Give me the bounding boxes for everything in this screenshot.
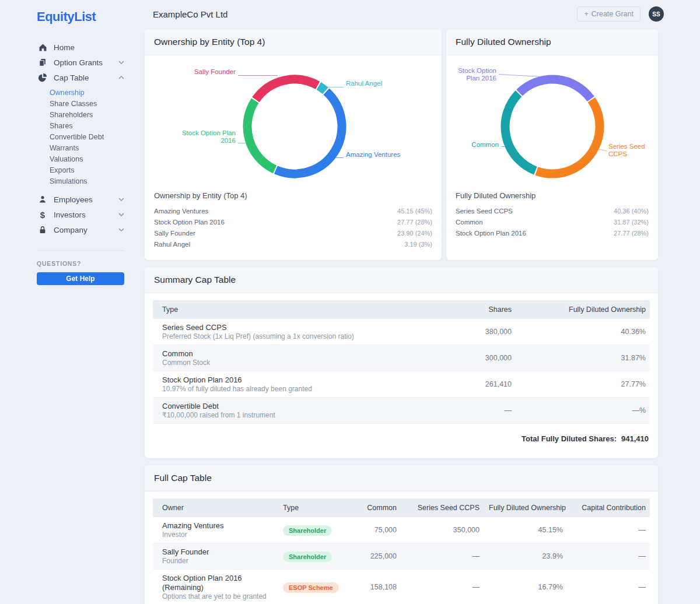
card-title: Full Cap Table bbox=[154, 473, 649, 483]
home-icon bbox=[37, 41, 48, 53]
column-fdo: Fully Diluted Ownership bbox=[484, 498, 568, 517]
sidebar-item-share-classes[interactable]: Share Classes bbox=[50, 99, 124, 110]
legend-row: Stock Option Plan 2016 27.77 (28%) bbox=[154, 216, 432, 227]
full-cap-table: Owner Type Common Series Seed CCPS Fully… bbox=[153, 498, 650, 604]
column-owner: Owner bbox=[153, 498, 278, 517]
cap-table-subnav: Ownership Share Classes Shareholders Sha… bbox=[50, 87, 124, 187]
pie-leader-line bbox=[238, 143, 248, 143]
table-row: Convertible Debt ₹10,00,000 raised from … bbox=[153, 398, 650, 424]
dollar-icon: $ bbox=[37, 209, 48, 220]
column-type: Type bbox=[278, 498, 357, 517]
get-help-button[interactable]: Get Help bbox=[37, 272, 124, 285]
table-row: Sally Founder Founder Shareholder 225,00… bbox=[153, 543, 650, 570]
sidebar: EquityList Home Option Grants Cap Table … bbox=[0, 0, 139, 604]
charts-row: Ownership by Entity (Top 4) Sally Founde… bbox=[145, 29, 658, 260]
column-common: Common bbox=[357, 498, 401, 517]
card-header: Full Cap Table bbox=[145, 465, 658, 491]
legend-title: Ownership by Entity (Top 4) bbox=[154, 191, 432, 200]
card-title: Fully Diluted Ownership bbox=[456, 37, 649, 47]
chevron-down-icon bbox=[118, 198, 124, 201]
legend-row: Stock Option Plan 2016 27.77 (28%) bbox=[456, 227, 649, 238]
donut-chart-svg[interactable] bbox=[145, 55, 442, 191]
sidebar-divider bbox=[37, 250, 124, 251]
sidebar-item-simulations[interactable]: Simulations bbox=[50, 176, 124, 187]
app-logo[interactable]: EquityList bbox=[37, 9, 124, 24]
full-cap-table-card: Full Cap Table Owner Type Common Series … bbox=[145, 465, 658, 604]
legend-row: Rahul Angel 3.19 (3%) bbox=[154, 238, 432, 250]
column-ccps: Series Seed CCPS bbox=[401, 498, 484, 517]
table-row: Series Seed CCPS Preferred Stock (1x Liq… bbox=[153, 319, 650, 345]
table-row: Stock Option Plan 2016 10.97% of fully d… bbox=[153, 371, 650, 398]
pie-leader-line bbox=[238, 75, 278, 76]
person-icon bbox=[37, 194, 48, 205]
sidebar-item-convertible-debt[interactable]: Convertible Debt bbox=[50, 132, 124, 143]
pie-leader-line bbox=[324, 87, 344, 87]
pie-label-sally-founder: Sally Founder bbox=[194, 68, 236, 76]
fully-diluted-donut-chart: Stock Option Plan 2016 Common Series See… bbox=[446, 55, 658, 191]
column-shares: Shares bbox=[410, 300, 516, 319]
sidebar-item-home[interactable]: Home bbox=[37, 40, 124, 55]
chevron-down-icon bbox=[118, 213, 124, 216]
plus-icon: + bbox=[584, 10, 588, 18]
chevron-down-icon bbox=[118, 61, 124, 64]
sidebar-item-exports[interactable]: Exports bbox=[50, 165, 124, 176]
pie-label-series-seed-ccps: Series Seed CCPS bbox=[608, 143, 649, 157]
summary-cap-table-card: Summary Cap Table Type Shares Fully Dilu… bbox=[145, 267, 658, 458]
sidebar-item-shares[interactable]: Shares bbox=[50, 121, 124, 132]
ownership-by-entity-card: Ownership by Entity (Top 4) Sally Founde… bbox=[145, 29, 442, 260]
ownership-legend: Ownership by Entity (Top 4) Amazing Vent… bbox=[145, 191, 442, 260]
sidebar-item-option-grants[interactable]: Option Grants bbox=[37, 55, 124, 70]
column-capital: Capital Contribution bbox=[568, 498, 650, 517]
legend-row: Series Seed CCPS 40.36 (40%) bbox=[456, 205, 649, 216]
card-header: Fully Diluted Ownership bbox=[446, 29, 658, 55]
card-title: Summary Cap Table bbox=[154, 275, 649, 285]
pie-label-stock-option-plan: Stock Option Plan 2016 bbox=[450, 67, 496, 82]
summary-cap-table: Type Shares Fully Diluted Ownership Seri… bbox=[153, 300, 650, 424]
main-content: ExampleCo Pvt Ltd + Create Grant SS Owne… bbox=[139, 0, 700, 604]
sidebar-item-investors[interactable]: $ Investors bbox=[37, 207, 124, 222]
sidebar-item-warrants[interactable]: Warrants bbox=[50, 143, 124, 154]
sidebar-item-shareholders[interactable]: Shareholders bbox=[50, 110, 124, 121]
grants-icon bbox=[37, 57, 48, 68]
legend-title: Fully Diluted Ownership bbox=[456, 191, 649, 200]
questions-label: QUESTIONS? bbox=[37, 260, 124, 267]
column-fdo: Fully Diluted Ownership bbox=[516, 300, 650, 319]
legend-row: Sally Founder 23.90 (24%) bbox=[154, 227, 432, 238]
pie-label-amazing-ventures: Amazing Ventures bbox=[346, 151, 400, 159]
pie-leader-line bbox=[501, 146, 510, 147]
pie-leader-line bbox=[334, 157, 344, 158]
legend-row: Common 31.87 (32%) bbox=[456, 216, 649, 227]
topbar: ExampleCo Pvt Ltd + Create Grant SS bbox=[145, 0, 664, 28]
status-badge: Shareholder bbox=[283, 525, 332, 536]
company-name: ExampleCo Pvt Ltd bbox=[153, 9, 228, 19]
pie-icon bbox=[37, 72, 48, 83]
avatar[interactable]: SS bbox=[649, 6, 664, 22]
pie-label-rahul-angel: Rahul Angel bbox=[346, 80, 382, 87]
table-row: Common Common Stock 300,000 31.87% bbox=[153, 345, 650, 371]
sidebar-item-ownership[interactable]: Ownership bbox=[50, 87, 124, 99]
table-row: Stock Option Plan 2016 (Remaining) Optio… bbox=[153, 570, 650, 604]
chevron-down-icon bbox=[118, 228, 124, 231]
sidebar-item-valuations[interactable]: Valuations bbox=[50, 154, 124, 165]
card-header: Ownership by Entity (Top 4) bbox=[145, 29, 442, 55]
ownership-donut-chart: Sally Founder Rahul Angel Stock Option P… bbox=[145, 55, 442, 191]
total-fully-diluted-shares: Total Fully Diluted Shares:941,410 bbox=[145, 424, 658, 458]
lock-icon bbox=[37, 224, 48, 236]
pie-label-common: Common bbox=[471, 141, 499, 149]
sidebar-item-company[interactable]: Company bbox=[37, 222, 124, 237]
fully-diluted-ownership-card: Fully Diluted Ownership Stock Option Pla… bbox=[446, 29, 658, 260]
sidebar-item-employees[interactable]: Employees bbox=[37, 192, 124, 207]
create-grant-button[interactable]: + Create Grant bbox=[577, 6, 640, 22]
status-badge: Shareholder bbox=[283, 552, 332, 562]
table-header-row: Owner Type Common Series Seed CCPS Fully… bbox=[153, 498, 650, 517]
table-row: Amazing Ventures Investor Shareholder 75… bbox=[153, 517, 650, 543]
column-type: Type bbox=[153, 300, 410, 319]
card-header: Summary Cap Table bbox=[145, 267, 658, 293]
legend-row: Amazing Ventures 45.15 (45%) bbox=[154, 205, 432, 216]
fully-diluted-legend: Fully Diluted Ownership Series Seed CCPS… bbox=[446, 191, 658, 249]
status-badge: ESOP Scheme bbox=[283, 582, 339, 593]
chevron-up-icon bbox=[118, 76, 124, 79]
sidebar-item-cap-table[interactable]: Cap Table bbox=[37, 70, 124, 85]
card-title: Ownership by Entity (Top 4) bbox=[154, 37, 432, 47]
table-header-row: Type Shares Fully Diluted Ownership bbox=[153, 300, 650, 319]
